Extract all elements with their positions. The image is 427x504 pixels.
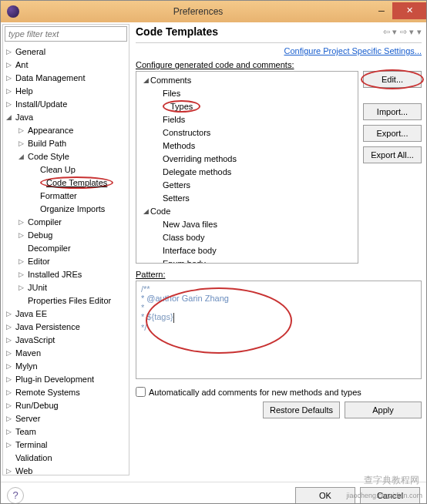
nav-item[interactable]: ▷Help: [3, 84, 129, 97]
expand-icon: ▷: [18, 139, 28, 147]
template-item[interactable]: Getters: [136, 178, 358, 191]
nav-label: Properties Files Editor: [28, 296, 111, 305]
edit-button[interactable]: Edit...: [363, 71, 422, 88]
nav-label: Appearance: [28, 126, 73, 135]
menu-icon[interactable]: ▾: [417, 27, 422, 37]
page-title: Code Templates: [136, 25, 383, 38]
nav-item[interactable]: ▷JUnit: [3, 281, 129, 294]
expand-icon: ▷: [6, 61, 15, 69]
nav-item[interactable]: ▷Remote Systems: [3, 385, 129, 398]
template-item[interactable]: Files: [136, 86, 358, 99]
nav-item[interactable]: Organize Imports: [3, 202, 129, 215]
nav-item[interactable]: ◢Code Style: [3, 150, 129, 163]
template-item[interactable]: Fields: [136, 113, 358, 126]
nav-item[interactable]: Decompiler: [3, 241, 129, 254]
apply-button[interactable]: Apply: [345, 402, 422, 418]
nav-label: Team: [15, 427, 36, 436]
template-item[interactable]: New Java files: [136, 217, 358, 230]
nav-item[interactable]: ▷Install/Update: [3, 97, 129, 110]
close-button[interactable]: ✕: [392, 2, 426, 19]
template-item[interactable]: Enum body: [136, 257, 358, 264]
nav-item[interactable]: ▷Installed JREs: [3, 267, 129, 281]
nav-label: Server: [15, 414, 40, 423]
nav-item[interactable]: ▷Java EE: [3, 307, 129, 320]
app-logo-icon: [7, 5, 19, 18]
template-label: Enum body: [163, 259, 206, 264]
expand-icon: ◢: [141, 76, 150, 84]
nav-label: Editor: [28, 257, 50, 266]
titlebar: Preferences ─ ✕: [1, 1, 426, 22]
back-icon[interactable]: ⇦ ▾: [383, 27, 397, 37]
nav-item[interactable]: ◢Java: [3, 110, 129, 123]
auto-comments-label: Automatically add comments for new metho…: [149, 388, 361, 397]
nav-item[interactable]: ▷Team: [3, 425, 129, 438]
cancel-button[interactable]: Cancel: [360, 487, 420, 504]
template-item[interactable]: ◢Comments: [136, 73, 358, 86]
template-label: Class body: [163, 233, 204, 242]
nav-item[interactable]: ▷Compiler: [3, 215, 129, 228]
preferences-tree[interactable]: ▷General▷Ant▷Data Management▷Help▷Instal…: [3, 43, 129, 475]
expand-icon: ▷: [6, 349, 15, 357]
configure-project-link[interactable]: Configure Project Specific Settings...: [136, 46, 422, 55]
nav-item[interactable]: Code Templates: [3, 176, 129, 189]
templates-tree[interactable]: ◢CommentsFilesTypesFieldsConstructorsMet…: [136, 71, 358, 264]
template-label: Comments: [150, 76, 191, 85]
nav-item[interactable]: Clean Up: [3, 163, 129, 176]
nav-item[interactable]: ▷Terminal: [3, 438, 129, 451]
nav-item[interactable]: ▷Editor: [3, 254, 129, 267]
template-item[interactable]: ◢Code: [136, 204, 358, 217]
template-item[interactable]: Types: [136, 99, 358, 113]
nav-item[interactable]: ▷Plug-in Development: [3, 372, 129, 385]
nav-item[interactable]: ▷Data Management: [3, 71, 129, 84]
expand-icon: ◢: [6, 113, 15, 121]
template-label: Types: [163, 100, 200, 113]
pattern-textarea[interactable]: /** * @author Garin Zhang * * ${tags} */: [136, 281, 422, 379]
nav-label: Ant: [15, 60, 29, 69]
nav-item[interactable]: Properties Files Editor: [3, 294, 129, 307]
nav-item[interactable]: ▷Web: [3, 464, 129, 475]
nav-item[interactable]: ▷Run/Debug: [3, 398, 129, 412]
nav-item[interactable]: ▷Ant: [3, 58, 129, 71]
export-all-button[interactable]: Export All...: [363, 146, 422, 163]
nav-item[interactable]: Validation: [3, 451, 129, 464]
export-button[interactable]: Export...: [363, 125, 422, 142]
template-item[interactable]: Delegate methods: [136, 165, 358, 178]
nav-item[interactable]: ▷Server: [3, 412, 129, 425]
nav-item[interactable]: ▷General: [3, 45, 129, 58]
nav-item[interactable]: Formatter: [3, 189, 129, 202]
expand-icon: ▷: [18, 231, 28, 239]
filter-input[interactable]: [5, 26, 127, 42]
import-button[interactable]: Import...: [363, 103, 422, 120]
auto-comments-checkbox[interactable]: [136, 387, 146, 397]
template-label: Methods: [163, 141, 195, 150]
expand-icon: ▷: [6, 362, 15, 370]
template-item[interactable]: Interface body: [136, 244, 358, 257]
nav-item[interactable]: ▷Maven: [3, 346, 129, 359]
restore-defaults-button[interactable]: Restore Defaults: [263, 402, 340, 418]
nav-item[interactable]: ▷Debug: [3, 228, 129, 241]
minimize-button[interactable]: ─: [371, 2, 392, 19]
expand-icon: ▷: [18, 284, 28, 291]
expand-icon: ▷: [18, 218, 28, 226]
help-icon[interactable]: ?: [7, 487, 24, 504]
expand-icon: ▷: [6, 388, 15, 396]
window-controls: ─ ✕: [371, 5, 426, 19]
template-item[interactable]: Methods: [136, 139, 358, 152]
nav-label: JUnit: [28, 283, 47, 292]
nav-label: Clean Up: [40, 165, 76, 174]
template-item[interactable]: Setters: [136, 191, 358, 204]
template-item[interactable]: Constructors: [136, 126, 358, 139]
expand-icon: ◢: [18, 153, 28, 160]
nav-item[interactable]: ▷JavaScript: [3, 333, 129, 346]
nav-item[interactable]: ▷Build Path: [3, 136, 129, 150]
nav-item[interactable]: ▷Appearance: [3, 123, 129, 136]
nav-item[interactable]: ▷Mylyn: [3, 359, 129, 372]
expand-icon: ▷: [6, 415, 15, 422]
ok-button[interactable]: OK: [295, 487, 355, 504]
template-item[interactable]: Class body: [136, 230, 358, 244]
template-item[interactable]: Overriding methods: [136, 152, 358, 165]
nav-label: Web: [15, 466, 32, 475]
nav-item[interactable]: ▷Java Persistence: [3, 320, 129, 333]
nav-label: Validation: [15, 453, 52, 462]
forward-icon[interactable]: ⇨ ▾: [400, 27, 414, 37]
